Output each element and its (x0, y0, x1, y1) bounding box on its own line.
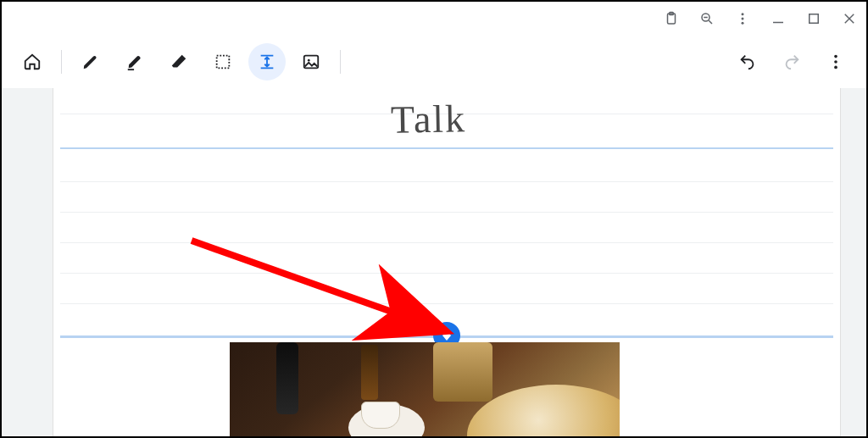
separator (61, 50, 62, 74)
pen-tool[interactable] (72, 43, 109, 80)
image-content (276, 342, 298, 414)
svg-point-6 (742, 18, 744, 20)
svg-point-7 (742, 22, 744, 25)
svg-point-17 (834, 66, 837, 69)
overflow-button[interactable] (817, 43, 854, 80)
redo-button[interactable] (773, 43, 810, 80)
page-inner: Talk (60, 88, 833, 436)
maximize-icon[interactable] (805, 10, 822, 27)
rule-line (60, 242, 833, 243)
rule-line (60, 303, 833, 304)
clipboard-icon[interactable] (663, 10, 680, 27)
inserted-image[interactable] (230, 342, 620, 436)
window-chrome (654, 2, 866, 36)
canvas-viewport: Talk (2, 88, 866, 436)
image-content (361, 402, 400, 429)
undo-button[interactable] (729, 43, 766, 80)
image-content (433, 342, 492, 402)
svg-line-18 (192, 241, 442, 330)
handwritten-text: Talk (391, 96, 467, 142)
separator (340, 50, 341, 74)
svg-rect-12 (217, 56, 230, 69)
insert-image-tool[interactable] (292, 43, 330, 80)
svg-point-14 (308, 59, 310, 62)
note-page[interactable]: Talk (53, 88, 841, 436)
rule-line (60, 212, 833, 213)
selection-tool[interactable] (204, 43, 242, 80)
zoom-out-icon[interactable] (698, 10, 715, 27)
svg-point-5 (742, 13, 744, 15)
highlighter-tool[interactable] (116, 43, 153, 80)
svg-point-15 (834, 55, 837, 58)
annotation-arrow (187, 236, 467, 347)
svg-rect-9 (810, 14, 819, 24)
more-vertical-icon[interactable] (734, 10, 751, 27)
app-window: Talk (0, 0, 868, 438)
toolbar (2, 36, 866, 89)
home-button[interactable] (14, 43, 51, 80)
minimize-icon[interactable] (770, 10, 787, 27)
image-content (361, 345, 378, 400)
section-divider (60, 147, 833, 149)
make-space-tool[interactable] (248, 43, 286, 80)
close-icon[interactable] (841, 10, 858, 27)
rule-line (60, 181, 833, 182)
eraser-tool[interactable] (160, 43, 198, 80)
svg-line-3 (709, 20, 712, 24)
svg-point-16 (834, 60, 837, 64)
rule-line (60, 273, 833, 274)
